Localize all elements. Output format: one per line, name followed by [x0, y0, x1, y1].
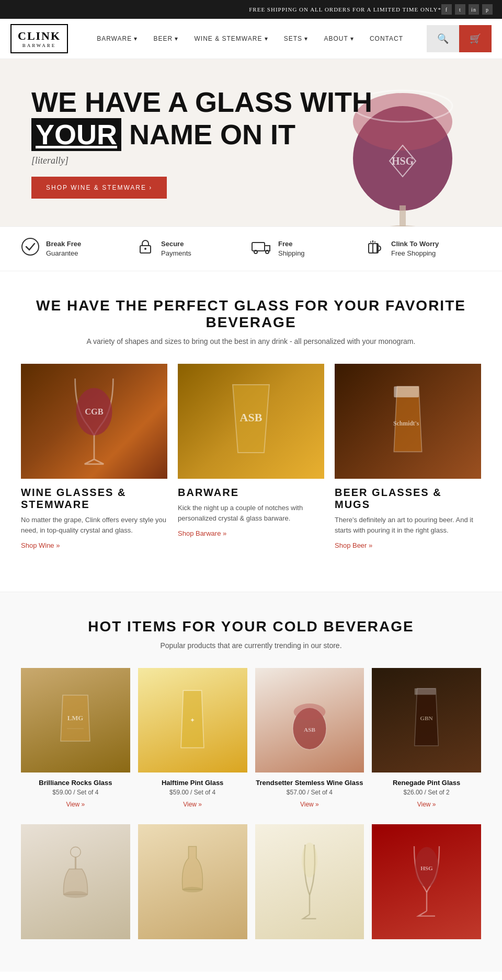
- category-barware-img: ASB: [178, 364, 324, 479]
- category-barware-title: BARWARE: [178, 487, 324, 499]
- hero-your: YOUR: [31, 118, 121, 151]
- shop-wine-link[interactable]: Shop Wine »: [21, 541, 60, 549]
- search-button[interactable]: 🔍: [427, 25, 459, 52]
- hero-cta-button[interactable]: SHOP WINE & STEMWARE ›: [31, 177, 167, 199]
- feature-shipping-sub: Shipping: [278, 249, 305, 257]
- hot-items-title: HOT ITEMS FOR YOUR COLD BEVERAGE: [21, 618, 481, 635]
- rocks-glass-svg: LMG: [54, 684, 96, 757]
- social-icons[interactable]: f t in p: [441, 4, 493, 15]
- renegade-pint-img: GBN: [372, 668, 481, 773]
- nav-beer[interactable]: BEER ▾: [145, 30, 186, 48]
- mug-icon: [366, 237, 385, 260]
- product-trendsetter: ASB Trendsetter Stemless Wine Glass $57.…: [255, 668, 364, 809]
- product-champagne: [255, 824, 364, 946]
- category-wine: CGB WINE GLASSES & STEMWARE No matter th…: [21, 364, 167, 550]
- halftime-pint-view[interactable]: View »: [183, 801, 202, 808]
- renegade-price: $26.00 / Set of 2: [372, 789, 481, 796]
- hot-items-section: HOT ITEMS FOR YOUR COLD BEVERAGE Popular…: [0, 592, 502, 972]
- hero-line1: WE HAVE A GLASS WITH: [31, 86, 372, 118]
- svg-rect-3: [400, 205, 406, 226]
- truck-icon: [251, 237, 272, 260]
- svg-point-33: [182, 887, 202, 893]
- main-nav: BARWARE ▾ BEER ▾ WINE & STEMWARE ▾ SETS …: [89, 30, 427, 48]
- brilliance-rocks-name: Brilliance Rocks Glass: [21, 779, 130, 787]
- stemless-glass-svg: ASB: [289, 684, 330, 757]
- twitter-icon[interactable]: t: [455, 4, 465, 15]
- category-beer-img: Schmidt's: [335, 364, 481, 479]
- perfect-glass-title: WE HAVE THE PERFECT GLASS FOR YOUR FAVOR…: [21, 297, 481, 331]
- beer-glass-svg: Schmidt's: [382, 372, 434, 471]
- category-wine-title: WINE GLASSES & STEMWARE: [21, 487, 167, 511]
- product-renegade: GBN Renegade Pint Glass $26.00 / Set of …: [372, 668, 481, 809]
- nav-about[interactable]: ABOUT ▾: [316, 30, 361, 48]
- feature-worry-title: Clink To Worry: [391, 239, 439, 249]
- halftime-pint-img: ✦: [138, 668, 247, 773]
- decanter-svg: [59, 832, 93, 931]
- champagne-img: [255, 824, 364, 939]
- nav-sets[interactable]: SETS ▾: [276, 30, 316, 48]
- wine3-svg: HSG: [406, 832, 448, 931]
- header: CLINK BARWARE BARWARE ▾ BEER ▾ WINE & ST…: [0, 19, 502, 59]
- lock-icon: [136, 237, 155, 260]
- shop-barware-link[interactable]: Shop Barware »: [178, 529, 226, 537]
- nav-wine[interactable]: WINE & STEMWARE ▾: [187, 30, 276, 48]
- category-beer-title: BEER GLASSES & MUGS: [335, 487, 481, 511]
- feature-secure-sub: Payments: [161, 249, 191, 257]
- product-grid-bottom: HSG: [21, 824, 481, 946]
- barware-glass-svg: ASB: [220, 369, 282, 474]
- halftime-pint-price: $59.00 / Set of 4: [138, 789, 247, 796]
- feature-worry-free: Clink To Worry Free Shopping: [366, 237, 481, 260]
- halftime-pint-name: Halftime Pint Glass: [138, 779, 247, 787]
- hero-literally: [literally]: [31, 155, 471, 166]
- wine-glass-category: CGB: [63, 369, 126, 474]
- svg-text:ASB: ASB: [240, 411, 263, 424]
- svg-point-9: [144, 248, 146, 250]
- cart-button[interactable]: 🛒: [459, 25, 492, 52]
- category-beer: Schmidt's BEER GLASSES & MUGS There's de…: [335, 364, 481, 550]
- svg-point-4: [379, 225, 426, 226]
- logo-sub: BARWARE: [18, 43, 61, 48]
- champagne-svg: [296, 832, 323, 931]
- logo[interactable]: CLINK BARWARE: [10, 24, 68, 53]
- logo-name: CLINK: [18, 29, 61, 43]
- nav-barware[interactable]: BARWARE ▾: [89, 30, 145, 48]
- product-halftime-pint: ✦ Halftime Pint Glass $59.00 / Set of 4 …: [138, 668, 247, 809]
- nav-contact[interactable]: CONTACT: [362, 30, 411, 48]
- svg-text:LMG: LMG: [67, 714, 84, 722]
- svg-rect-29: [415, 688, 436, 695]
- announcement-text: FREE SHIPPING ON ALL ORDERS FOR A LIMITE…: [249, 6, 441, 13]
- wine3-img: HSG: [372, 824, 481, 939]
- facebook-icon[interactable]: f: [441, 4, 452, 15]
- feature-free-shipping: Free Shipping: [251, 237, 366, 260]
- renegade-view[interactable]: View »: [417, 801, 436, 808]
- trendsetter-view[interactable]: View »: [300, 801, 319, 808]
- cart-icon: 🛒: [470, 33, 481, 44]
- checkmark-icon: [21, 237, 40, 260]
- svg-point-11: [254, 250, 257, 253]
- brilliance-rocks-view[interactable]: View »: [66, 801, 85, 808]
- pint-glass-svg: ✦: [174, 684, 211, 757]
- hero-headline: WE HAVE A GLASS WITH YOUR NAME ON IT: [31, 87, 471, 151]
- pinterest-icon[interactable]: p: [482, 4, 493, 15]
- instagram-icon[interactable]: in: [469, 4, 479, 15]
- product-grid-hot: LMG Brilliance Rocks Glass $59.00 / Set …: [21, 668, 481, 809]
- feature-break-free-title: Break Free: [46, 239, 81, 249]
- hero-text: WE HAVE A GLASS WITH YOUR NAME ON IT [li…: [31, 87, 471, 199]
- shop-beer-link[interactable]: Shop Beer »: [335, 541, 372, 549]
- perfect-glass-subtitle: A variety of shapes and sizes to bring o…: [21, 337, 481, 345]
- renegade-glass-svg: GBN: [409, 681, 443, 759]
- svg-text:HSG: HSG: [420, 865, 433, 871]
- header-icons: 🔍 🛒: [427, 25, 492, 52]
- product-carafe: [138, 824, 247, 946]
- svg-text:GBN: GBN: [420, 715, 433, 721]
- svg-rect-21: [394, 386, 419, 397]
- features-bar: Break Free Guarantee Secure Payments Fre…: [0, 226, 502, 271]
- svg-text:✦: ✦: [190, 717, 195, 724]
- hero-name-on-it: NAME ON IT: [129, 119, 295, 150]
- trendsetter-name: Trendsetter Stemless Wine Glass: [255, 779, 364, 787]
- trendsetter-price: $57.00 / Set of 4: [255, 789, 364, 796]
- category-beer-desc: There's definitely an art to pouring bee…: [335, 515, 481, 535]
- svg-text:Schmidt's: Schmidt's: [393, 420, 419, 427]
- category-wine-img: CGB: [21, 364, 167, 479]
- perfect-glass-section: WE HAVE THE PERFECT GLASS FOR YOUR FAVOR…: [0, 271, 502, 592]
